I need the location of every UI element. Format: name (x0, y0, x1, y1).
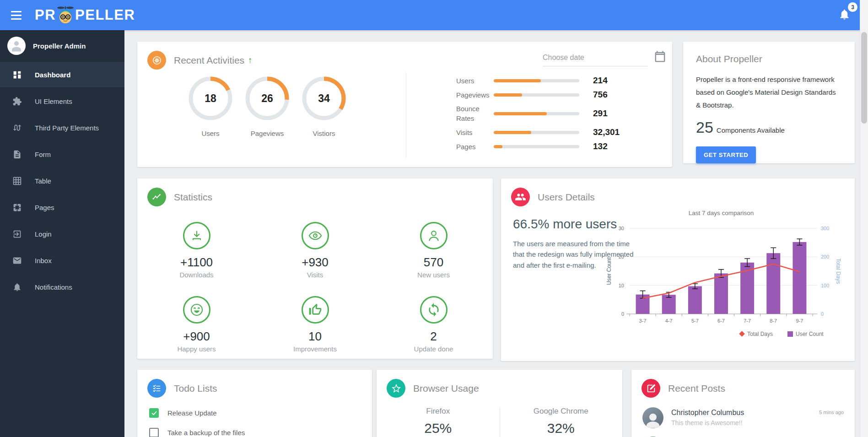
svg-text:0: 0 (821, 311, 824, 317)
card-title: Recent Activities (174, 55, 244, 66)
sidebar-item-inbox[interactable]: Inbox (0, 247, 124, 274)
sidebar-item-dashboard[interactable]: Dashboard (0, 61, 124, 88)
get-started-button[interactable]: GET STARTED (696, 146, 756, 163)
group-icon (511, 188, 530, 206)
stat-value: 214 (593, 76, 608, 86)
person-icon (420, 222, 447, 249)
svg-text:5-7: 5-7 (691, 318, 699, 324)
sidebar-item-form[interactable]: Form (0, 141, 124, 167)
donut-value: 26 (243, 75, 291, 122)
stat-row-visits: Visits 32,301 (456, 127, 660, 137)
calendar-button[interactable] (653, 50, 667, 65)
donut-label: Users (187, 129, 234, 137)
post-author: Christopher Columbus (671, 409, 744, 417)
sidebar-item-pages[interactable]: Pages (0, 194, 124, 221)
profile-avatar (7, 37, 26, 55)
stat-value: +900 (137, 329, 256, 344)
donut-users: 18 Users (187, 75, 234, 137)
notifications-bell-button[interactable]: 3 (836, 5, 853, 25)
sidebar-item-label: Pages (35, 204, 54, 211)
avatar (642, 407, 663, 428)
todo-item-backup-files[interactable]: Take a backup of the files (137, 423, 372, 437)
sidebar-item-ui-elements[interactable]: UI Elements (0, 88, 124, 114)
stat-label: Pageviews (456, 90, 494, 100)
progress-bar (494, 112, 579, 115)
stat-happy-users: +900 Happy users (137, 288, 256, 362)
statistics-grid: +1100 Downloads +930 Visits 570 New user… (137, 214, 493, 362)
progress-bar (494, 131, 579, 134)
progress-bar (494, 93, 579, 97)
stat-value: 32,301 (593, 127, 620, 137)
sidebar-item-label: Table (35, 177, 51, 185)
pages-icon (12, 202, 22, 212)
svg-text:Total Days: Total Days (747, 331, 773, 337)
stat-label: Visits (456, 128, 494, 137)
post-timestamp: 5 mins ago (819, 410, 844, 415)
propeller-face-icon (56, 5, 75, 25)
sidebar-item-label: UI Elements (35, 97, 72, 105)
calendar-icon (653, 50, 667, 63)
svg-text:300: 300 (821, 226, 829, 231)
main-content: Recent Activities ↑ 18 Users (124, 30, 860, 437)
users-details-chart: 001010020200303003-74-75-76-77-78-79-7La… (604, 203, 848, 346)
svg-text:7-7: 7-7 (744, 318, 751, 324)
donut-pageviews: 26 Pageviews (243, 75, 291, 137)
compose-icon (642, 379, 660, 398)
hamburger-menu-button[interactable] (5, 5, 27, 26)
person-icon (10, 39, 23, 53)
stat-row-bounce-rates: Bounce Rates 291 (456, 104, 660, 123)
stat-value: 756 (593, 90, 608, 100)
propeller-dashboard: PR PELLER 3 (0, 0, 868, 437)
recent-posts-card: Recent Posts Christopher Columbus This t… (631, 370, 855, 437)
stat-label: Users (456, 76, 494, 86)
todo-item-release-update[interactable]: Release Update (137, 403, 372, 423)
browser-name: Google Chrome (500, 407, 623, 416)
sidebar-item-third-party-elements[interactable]: Third Party Elements (0, 114, 124, 141)
about-propeller-card: About Propeller Propeller is a front-end… (683, 42, 855, 163)
stat-value: +1100 (137, 255, 256, 270)
document-icon (12, 149, 22, 159)
sidebar-item-label: Login (35, 230, 52, 238)
components-count: 25 (696, 119, 713, 136)
svg-text:20: 20 (619, 254, 624, 259)
stat-row-pageviews: Pageviews 756 (456, 90, 660, 100)
activity-stats-list: Users 214 Pageviews 756 Bounce Rates 291… (456, 76, 660, 156)
donut-value: 18 (187, 75, 234, 122)
propeller-logo[interactable]: PR PELLER (35, 5, 135, 25)
post-comment: This theme is Awesome!! (671, 419, 744, 426)
bell-icon (12, 282, 22, 292)
statistics-card: Statistics +1100 Downloads +930 Visits 5… (137, 178, 493, 359)
checkbox-unchecked[interactable] (149, 428, 159, 437)
sidebar-item-label: Inbox (35, 257, 52, 264)
svg-text:8-7: 8-7 (770, 318, 777, 324)
progress-bar (494, 79, 579, 82)
svg-text:0: 0 (621, 311, 624, 317)
donut-label: Vistiors (300, 129, 348, 137)
logo-text-right: PELLER (75, 7, 135, 23)
post-row-sandra-smith[interactable]: Sandra Smith 5 hours ago (631, 432, 855, 437)
card-title: Users Details (538, 192, 595, 203)
checkbox-checked[interactable] (149, 408, 159, 418)
sidebar-item-notifications[interactable]: Notifications (0, 274, 124, 300)
choose-date-input[interactable] (543, 52, 648, 66)
stat-value: 10 (256, 329, 374, 344)
sidebar-profile[interactable]: Propeller Admin (0, 30, 124, 61)
sidebar-item-table[interactable]: Table (0, 167, 124, 194)
post-row-christopher-columbus[interactable]: Christopher Columbus This theme is Aweso… (631, 403, 855, 432)
stat-label: Visits (256, 271, 374, 279)
smiley-icon (183, 296, 210, 324)
browser-firefox: Firefox 25% (377, 407, 500, 436)
stat-update-done: 2 Update done (374, 288, 493, 362)
recent-activities-card: Recent Activities ↑ 18 Users (137, 42, 672, 167)
sidebar-item-login[interactable]: Login (0, 221, 124, 247)
eye-icon (302, 222, 329, 249)
stat-label: Update done (374, 345, 493, 353)
stat-value: 291 (593, 108, 608, 119)
stat-visits: +930 Visits (256, 214, 374, 288)
svg-text:30: 30 (619, 226, 624, 231)
stat-new-users: 570 New users (374, 214, 493, 288)
about-description: Propeller is a front-end responsive fram… (696, 73, 842, 111)
scrollbar-thumb[interactable] (861, 32, 867, 124)
page-scrollbar[interactable] (860, 0, 868, 437)
stat-improvements: 10 Improvements (256, 288, 374, 362)
